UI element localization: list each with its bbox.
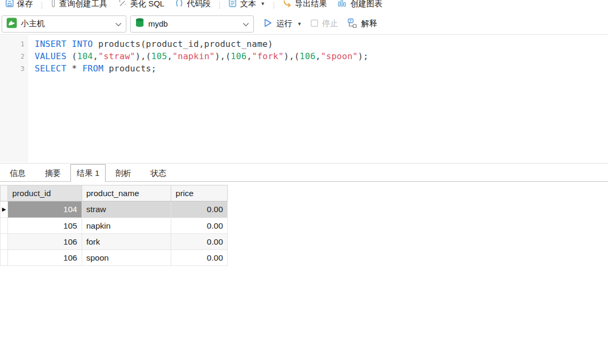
column-header-product_id[interactable]: product_id (8, 185, 82, 201)
sql-token-plain: ),( (215, 51, 231, 61)
text-lines-icon (228, 0, 237, 9)
main-toolbar: 保存 查询创建工具 美化 SQL 代码段 文本 ▼ (0, 0, 608, 11)
cell-product-name[interactable]: spoon (82, 250, 171, 266)
sql-token-plain: products; (103, 63, 156, 74)
code-snippet-button[interactable]: 代码段 (170, 0, 216, 9)
cell-product-name[interactable]: straw (82, 201, 171, 218)
query-toolbar: 小主机 mydb 运行 ▼ 停止 (0, 13, 608, 35)
sql-token-plain: products(product_id,product_name) (93, 39, 273, 49)
column-header-price[interactable]: price (171, 185, 228, 201)
export-results-button[interactable]: 导出结果 (277, 0, 332, 9)
cell-product-id[interactable]: 106 (8, 234, 82, 250)
cell-product-id[interactable]: 106 (8, 250, 82, 266)
run-label: 运行 (276, 19, 292, 29)
sql-token-plain: * (67, 63, 83, 74)
bar-chart-icon (338, 0, 347, 9)
mysql-connection-icon (6, 18, 17, 30)
table-row[interactable]: 106fork0.00 (1, 234, 228, 250)
export-results-label: 导出结果 (295, 0, 327, 9)
chevron-down-icon (243, 19, 249, 28)
table-row[interactable]: 105napkin0.00 (1, 218, 228, 234)
toolbar-separator (274, 2, 274, 9)
sql-token-plain: , (246, 51, 252, 61)
tab-信息[interactable]: 信息 (0, 165, 35, 181)
tab-状态[interactable]: 状态 (141, 165, 176, 181)
tab-结果 1[interactable]: 结果 1 (70, 164, 106, 182)
sql-token-str: "spoon" (321, 51, 358, 61)
row-indicator-cell: ▶ (1, 201, 8, 218)
row-indicator-header (1, 185, 8, 201)
sql-token-kw: SELECT (35, 63, 67, 74)
sql-token-num: 104 (77, 51, 93, 61)
run-play-icon (263, 18, 273, 29)
parentheses-icon (175, 0, 183, 9)
text-view-button[interactable]: 文本 ▼ (223, 0, 270, 9)
stop-icon (310, 19, 318, 29)
run-button[interactable]: 运行 ▼ (259, 15, 306, 33)
database-select[interactable]: mydb (130, 15, 254, 33)
sql-token-plain: ( (72, 51, 77, 61)
cell-product-name[interactable]: napkin (82, 218, 171, 234)
stop-label: 停止 (322, 19, 338, 29)
save-button[interactable]: 保存 (0, 0, 38, 9)
sql-code-area[interactable]: INSERT INTO products(product_id,product_… (28, 35, 608, 163)
code-line[interactable]: VALUES (104,"straw"),(105,"napkin"),(106… (35, 50, 608, 62)
text-view-label: 文本 (240, 0, 256, 9)
sql-token-plain: ),( (135, 51, 151, 61)
sql-token-str: "straw" (98, 51, 135, 61)
row-indicator-cell (1, 234, 8, 250)
row-indicator-cell (1, 250, 8, 266)
database-icon (135, 18, 145, 30)
connection-name: 小主机 (21, 19, 45, 29)
explain-plan-icon (347, 18, 357, 30)
cell-price[interactable]: 0.00 (171, 250, 228, 266)
chevron-down-icon: ▼ (260, 1, 265, 6)
export-arrow-icon (283, 0, 292, 9)
toolbar-separator (219, 2, 220, 9)
cell-price[interactable]: 0.00 (171, 218, 228, 234)
sql-token-str: "napkin" (172, 51, 214, 61)
cell-product-name[interactable]: fork (82, 234, 171, 250)
save-icon (5, 0, 14, 9)
explain-button[interactable]: 解释 (342, 15, 381, 33)
line-number: 1 (0, 38, 28, 50)
cell-price[interactable]: 0.00 (171, 201, 228, 218)
table-row[interactable]: ▶104straw0.00 (1, 201, 228, 218)
current-row-marker-icon: ▶ (2, 206, 6, 212)
sql-token-plain: ); (358, 51, 369, 61)
table-row[interactable]: 106spoon0.00 (1, 250, 228, 266)
tab-摘要[interactable]: 摘要 (35, 165, 70, 181)
row-indicator-cell (1, 218, 8, 234)
explain-label: 解释 (361, 19, 377, 29)
sql-token-num: 105 (151, 51, 167, 61)
create-chart-button[interactable]: 创建图表 (332, 0, 388, 9)
sql-token-plain: , (93, 51, 98, 61)
result-grid-header: product_idproduct_nameprice (1, 185, 228, 201)
results-tab-bar: 信息摘要结果 1剖析状态 (0, 163, 608, 182)
connection-select[interactable]: 小主机 (2, 15, 126, 33)
stop-button: 停止 (306, 15, 342, 33)
code-snippet-label: 代码段 (187, 0, 211, 9)
sql-token-kw: VALUES (35, 51, 72, 61)
cell-product-id[interactable]: 104 (8, 201, 82, 218)
sql-token-plain: ),( (284, 51, 300, 61)
code-line[interactable]: INSERT INTO products(product_id,product_… (35, 38, 608, 50)
sql-editor[interactable]: 123 INSERT INTO products(product_id,prod… (0, 35, 608, 163)
cell-price[interactable]: 0.00 (171, 234, 228, 250)
chevron-down-icon (115, 19, 122, 28)
query-builder-button[interactable]: 查询创建工具 (45, 0, 113, 9)
toolbar-separator (42, 2, 42, 9)
create-chart-label: 创建图表 (350, 0, 382, 9)
beautify-sql-label: 美化 SQL (130, 0, 164, 9)
tab-剖析[interactable]: 剖析 (106, 165, 141, 181)
result-grid-body: ▶104straw0.00105napkin0.00106fork0.00106… (1, 201, 228, 266)
beautify-sql-button[interactable]: 美化 SQL (113, 0, 170, 9)
query-builder-icon (51, 0, 56, 9)
line-number: 2 (0, 50, 28, 62)
column-header-product_name[interactable]: product_name (82, 185, 171, 201)
code-line[interactable]: SELECT * FROM products; (35, 62, 608, 75)
cell-product-id[interactable]: 105 (8, 218, 82, 234)
magic-wand-icon (118, 0, 127, 9)
chevron-down-icon: ▼ (297, 21, 302, 27)
sql-token-kw: INSERT INTO (35, 39, 93, 49)
